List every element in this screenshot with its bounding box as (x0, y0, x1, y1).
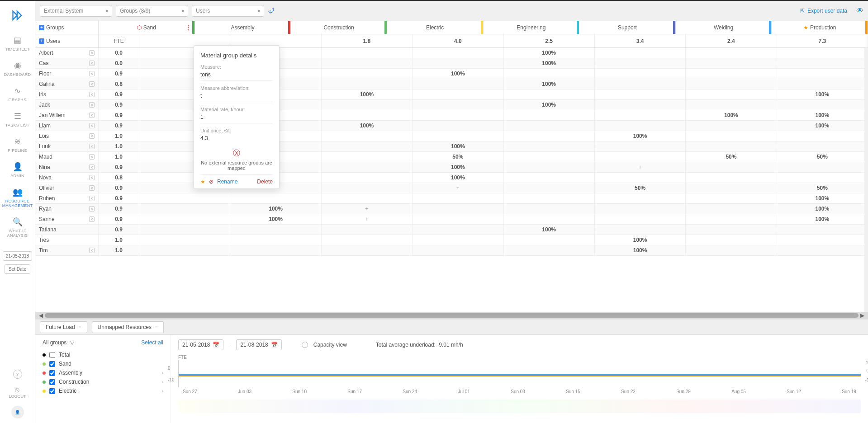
allocation-cell[interactable]: 100% (230, 204, 321, 214)
column-header-sand[interactable]: ⬡Sand⋮ (99, 21, 195, 34)
visibility-toggle-icon[interactable]: 👁 (856, 7, 863, 15)
allocation-cell[interactable]: 100% (595, 235, 686, 245)
user-cell[interactable]: Lois× (35, 131, 99, 141)
allocation-cell[interactable] (322, 225, 413, 235)
user-cell[interactable]: Cas× (35, 58, 99, 68)
allocation-cell[interactable] (413, 79, 503, 89)
allocation-cell[interactable] (504, 162, 595, 172)
allocation-cell[interactable] (777, 48, 868, 58)
add-user-icon[interactable]: + (39, 38, 44, 44)
unmap-icon[interactable]: ⊘ (209, 179, 213, 185)
rate-input[interactable]: 1 (200, 114, 273, 123)
tab-menu-icon[interactable]: ≡ (79, 324, 81, 329)
allocation-cell[interactable] (686, 89, 777, 99)
allocation-cell[interactable] (777, 131, 868, 141)
allocation-cell[interactable] (595, 193, 686, 203)
column-header-electric[interactable]: Electric (387, 21, 484, 34)
remove-user-icon[interactable]: × (89, 154, 95, 160)
allocation-cell[interactable] (504, 121, 595, 131)
select-all-link[interactable]: Select all (141, 339, 163, 346)
column-header-support[interactable]: Support (579, 21, 676, 34)
allocation-cell[interactable] (595, 204, 686, 214)
allocation-cell[interactable] (322, 152, 413, 162)
allocation-cell[interactable] (777, 58, 868, 68)
date-from-input[interactable]: 21-05-2018📅 (178, 339, 223, 350)
chevron-right-icon[interactable]: › (162, 371, 163, 376)
date-to-input[interactable]: 21-08-2018📅 (236, 339, 281, 350)
logout-button[interactable]: ⎋ LOGOUT (9, 386, 26, 399)
remove-user-icon[interactable]: × (89, 144, 95, 149)
allocation-cell[interactable] (322, 48, 413, 58)
allocation-cell[interactable] (686, 48, 777, 58)
allocation-cell[interactable] (504, 214, 595, 224)
user-cell[interactable]: Ryan× (35, 204, 99, 214)
remove-user-icon[interactable]: × (89, 81, 95, 87)
allocation-cell[interactable] (595, 152, 686, 162)
allocation-cell[interactable]: 100% (504, 79, 595, 89)
user-cell[interactable]: Albert× (35, 48, 99, 58)
allocation-cell[interactable] (686, 121, 777, 131)
user-cell[interactable]: Floor× (35, 69, 99, 79)
nav-tasks-list[interactable]: ☰TASKS LIST (0, 107, 35, 132)
allocation-cell[interactable] (686, 79, 777, 89)
allocation-cell[interactable] (777, 141, 868, 151)
allocation-cell[interactable]: 50% (686, 152, 777, 162)
user-cell[interactable]: Jack× (35, 100, 99, 110)
remove-user-icon[interactable]: × (89, 71, 95, 76)
favorite-icon[interactable]: ★ (200, 179, 205, 185)
allocation-cell[interactable] (504, 141, 595, 151)
remove-user-icon[interactable]: × (89, 50, 95, 56)
allocation-cell[interactable]: 100% (413, 162, 503, 172)
allocation-cell[interactable] (686, 183, 777, 193)
allocation-cell[interactable] (504, 235, 595, 245)
group-filter-sand[interactable]: Sand (43, 359, 163, 368)
remove-user-icon[interactable]: × (89, 102, 95, 108)
allocation-cell[interactable] (139, 193, 230, 203)
allocation-cell[interactable] (413, 58, 503, 68)
allocation-cell[interactable] (777, 69, 868, 79)
allocation-cell[interactable]: 100% (413, 141, 503, 151)
allocation-cell[interactable] (777, 173, 868, 183)
allocation-cell[interactable] (322, 58, 413, 68)
allocation-cell[interactable] (413, 100, 503, 110)
allocation-cell[interactable] (595, 100, 686, 110)
filter-funnel-icon[interactable]: ▽ (70, 339, 74, 346)
user-cell[interactable]: Luuk× (35, 141, 99, 151)
allocation-cell[interactable] (413, 204, 503, 214)
user-cell[interactable]: Tim× (35, 245, 99, 255)
group-checkbox[interactable] (49, 361, 55, 367)
allocation-cell[interactable] (139, 225, 230, 235)
group-checkbox[interactable] (49, 352, 55, 358)
allocation-cell[interactable] (322, 162, 413, 172)
allocation-cell[interactable] (595, 141, 686, 151)
allocation-cell[interactable] (413, 214, 503, 224)
add-allocation-button[interactable]: + (595, 162, 686, 172)
allocation-cell[interactable] (595, 121, 686, 131)
allocation-cell[interactable]: 50% (777, 183, 868, 193)
allocation-cell[interactable] (230, 235, 321, 245)
allocation-cell[interactable] (504, 152, 595, 162)
add-allocation-button[interactable]: + (413, 183, 503, 193)
allocation-cell[interactable]: 100% (777, 89, 868, 99)
allocation-cell[interactable] (686, 162, 777, 172)
allocation-cell[interactable] (686, 214, 777, 224)
remove-user-icon[interactable]: × (89, 113, 95, 118)
allocation-cell[interactable] (504, 131, 595, 141)
groups-header-cell[interactable]: + Groups (35, 21, 99, 34)
abbrev-input[interactable]: t (200, 93, 273, 102)
allocation-cell[interactable] (413, 48, 503, 58)
select-groups-8-9-[interactable]: Groups (8/9)▾ (116, 5, 188, 17)
group-filter-construction[interactable]: Construction› (43, 377, 163, 386)
allocation-cell[interactable] (686, 245, 777, 255)
remove-user-icon[interactable]: × (89, 175, 95, 180)
allocation-cell[interactable] (413, 193, 503, 203)
allocation-cell[interactable] (595, 214, 686, 224)
allocation-cell[interactable]: 100% (322, 89, 413, 99)
help-icon[interactable]: ? (13, 370, 22, 379)
remove-user-icon[interactable]: × (89, 216, 95, 222)
remove-user-icon[interactable]: × (89, 164, 95, 170)
user-cell[interactable]: Nova× (35, 173, 99, 183)
allocation-cell[interactable] (322, 69, 413, 79)
allocation-cell[interactable] (322, 245, 413, 255)
allocation-cell[interactable]: 50% (777, 152, 868, 162)
